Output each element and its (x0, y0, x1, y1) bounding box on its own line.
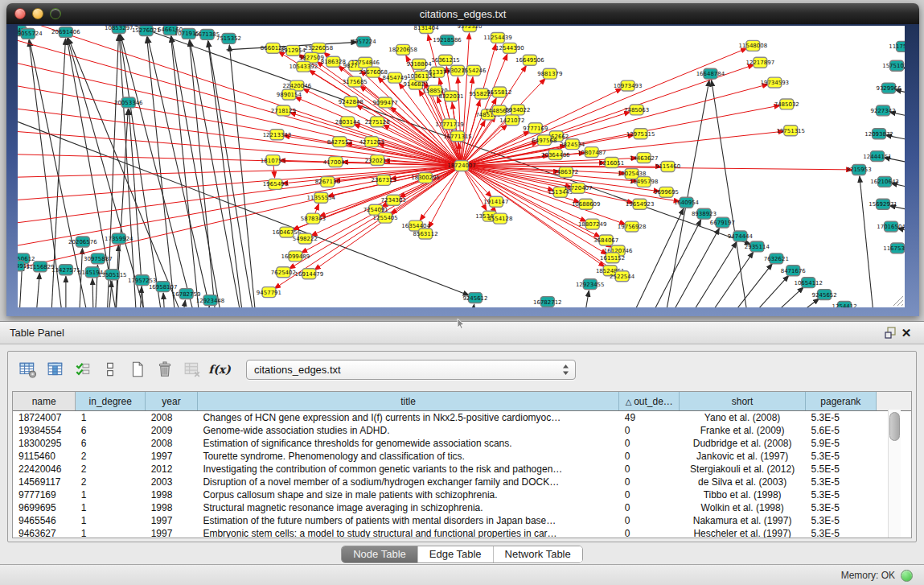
graph-node[interactable]: 10654112 (794, 278, 823, 288)
graph-node[interactable]: 10807487 (577, 147, 606, 158)
table-cell[interactable]: 9463627 (13, 527, 76, 538)
graph-node[interactable]: 12544390 (495, 43, 524, 53)
graph-node[interactable]: 10853297 (105, 26, 133, 33)
table-cell[interactable]: Stergiakouli et al. (2012) (680, 463, 806, 476)
table-cell[interactable]: 9699695 (13, 501, 76, 514)
graph-node[interactable]: 16914479 (295, 269, 324, 279)
table-cell[interactable]: 2 (76, 476, 146, 488)
table-cell[interactable]: 1997 (146, 527, 198, 538)
graph-node[interactable]: 9227342 (870, 105, 895, 116)
row-height-button[interactable] (98, 357, 122, 381)
graph-node[interactable]: 9318804 (407, 59, 433, 69)
table-cell[interactable]: 0 (619, 527, 680, 538)
table-settings-button[interactable] (16, 357, 40, 381)
table-cell[interactable]: Yano et al. (2008) (680, 411, 806, 425)
graph-node[interactable]: 9329966 (876, 83, 901, 93)
graph-node[interactable]: 3684067 (593, 235, 618, 245)
graph-node[interactable]: 11548008 (739, 40, 768, 51)
graph-node[interactable]: 10688609 (572, 199, 601, 209)
table-cell[interactable]: 5.5E-5 (806, 463, 877, 476)
table-cell[interactable]: Estimation of the future numbers of pati… (197, 514, 618, 527)
table-cell[interactable]: 18724007 (13, 411, 76, 425)
graph-node[interactable]: 30975887 (84, 253, 113, 264)
graph-node[interactable]: 9572320 (457, 26, 482, 31)
table-cell[interactable]: Tourette syndrome. Phenomenology and cla… (197, 450, 618, 463)
graph-node[interactable]: 19218586 (433, 35, 462, 45)
table-cell[interactable]: 0 (619, 437, 680, 450)
table-cell[interactable]: Nakamura et al. (1997) (680, 514, 806, 527)
window-titlebar[interactable]: citations_edges.txt (6, 3, 919, 24)
table-cell[interactable]: 2008 (146, 411, 198, 425)
table-cell[interactable]: 22420046 (13, 463, 76, 476)
network-graph-canvas[interactable]: 1872400718300295866012889129542322605898… (18, 26, 905, 307)
graph-node[interactable]: 20691406 (51, 27, 80, 37)
table-row[interactable]: 1830029562008Estimation of significance … (13, 437, 911, 450)
table-cell[interactable]: 5.3E-5 (806, 488, 877, 501)
tab-node-table[interactable]: Node Table (342, 546, 417, 562)
table-cell[interactable]: 5.3E-5 (806, 476, 877, 488)
graph-node[interactable]: 8131404 (414, 26, 440, 33)
graph-node[interactable]: 17016504 (877, 221, 905, 232)
table-cell[interactable]: 5.6E-5 (806, 424, 877, 437)
table-cell[interactable]: 9777169 (13, 488, 76, 501)
column-header-year[interactable]: year (146, 392, 198, 411)
table-cell[interactable]: 19384554 (13, 424, 76, 437)
table-cell[interactable]: 5.3E-5 (806, 527, 877, 538)
graph-node[interactable]: 7632621 (764, 253, 789, 264)
column-header-outde[interactable]: △ out_de… (619, 392, 680, 411)
table-selector-dropdown[interactable]: citations_edges.txt (246, 360, 576, 380)
graph-node[interactable]: 15276021 (132, 26, 161, 35)
table-cell[interactable]: 0 (619, 501, 680, 514)
table-cell[interactable]: 0 (619, 424, 680, 437)
resize-grip-icon[interactable] (893, 295, 904, 307)
table-cell[interactable]: Wolkin et al. (1998) (680, 501, 806, 514)
table-cell[interactable]: 5.3E-5 (806, 411, 877, 425)
graph-node[interactable]: 9474444 (728, 231, 754, 241)
graph-node[interactable]: 11675312 (883, 243, 905, 253)
graph-node[interactable]: 2718129 (271, 105, 296, 116)
close-panel-button[interactable]: ✕ (898, 325, 914, 341)
table-cell[interactable]: 1 (76, 501, 146, 514)
graph-node[interactable]: 1914147 (483, 196, 508, 207)
graph-node[interactable]: 18220658 (388, 44, 417, 55)
table-cell[interactable]: 0 (619, 463, 680, 476)
table-cell[interactable]: Embryonic stem cells: a model to study s… (197, 527, 618, 538)
graph-node[interactable]: 1254412 (832, 302, 857, 307)
table-cell[interactable]: Jankovic et al. (1997) (680, 450, 806, 463)
graph-node[interactable]: 20053346 (114, 97, 143, 108)
graph-node[interactable]: 7485063 (624, 105, 649, 115)
table-cell[interactable]: Dudbridge et al. (2008) (680, 437, 806, 450)
table-cell[interactable]: Genome-wide association studies in ADHD. (197, 424, 618, 437)
table-row[interactable]: 1872400712008Changes of HCN gene express… (13, 411, 911, 425)
table-row[interactable]: 1938455462009Genome-wide association stu… (13, 424, 911, 437)
graph-node[interactable]: 1810755 (261, 155, 285, 166)
scrollbar-thumb[interactable] (889, 412, 900, 441)
table-cell[interactable]: Tibbo et al. (1998) (680, 488, 806, 501)
table-cell[interactable]: 2003 (146, 476, 198, 488)
column-header-indegree[interactable]: in_degree (76, 392, 146, 411)
show-columns-button[interactable] (43, 357, 68, 381)
table-row[interactable]: 946362711997Embryonic stem cells: a mode… (13, 527, 911, 538)
graph-node[interactable]: 1554246 (461, 65, 486, 76)
graph-node[interactable]: 9457791 (257, 287, 281, 298)
table-row[interactable]: 969969511998Structural magnetic resonanc… (13, 501, 911, 514)
graph-node[interactable]: 8186328 (321, 56, 346, 67)
table-cell[interactable]: 5.3E-5 (806, 514, 877, 527)
table-cell[interactable]: 0 (619, 476, 680, 488)
graph-node[interactable]: 23226058 (305, 43, 334, 53)
table-cell[interactable]: de Silva et al. (2003) (680, 476, 806, 488)
table-cell[interactable]: 1 (76, 488, 146, 501)
graph-node[interactable]: 16648784 (696, 68, 725, 79)
table-cell[interactable]: 49 (619, 411, 680, 425)
graph-node[interactable]: 1640954 (674, 197, 700, 208)
table-row[interactable]: 911546021997Tourette syndrome. Phenomeno… (13, 450, 911, 463)
table-cell[interactable]: 0 (619, 488, 680, 501)
graph-node[interactable]: 8215953 (847, 165, 872, 175)
table-cell[interactable]: 2008 (146, 437, 198, 450)
column-header-short[interactable]: short (680, 392, 806, 411)
column-header-name[interactable]: name (13, 392, 76, 411)
new-table-button[interactable] (125, 357, 150, 381)
graph-node[interactable]: 19734593 (761, 77, 790, 88)
table-cell[interactable]: Changes of HCN gene expression and I(f) … (197, 411, 618, 425)
graph-node[interactable]: 9881379 (537, 68, 562, 79)
